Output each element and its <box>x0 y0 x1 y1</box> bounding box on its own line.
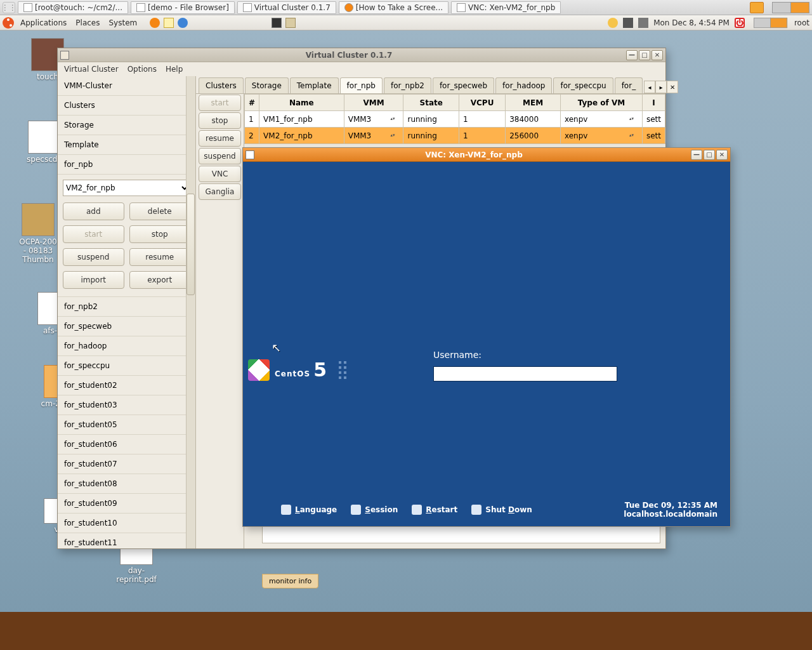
col-name[interactable]: Name <box>259 95 344 111</box>
volume-icon[interactable] <box>638 18 648 28</box>
sidebar-item[interactable]: VMM-Cluster <box>58 76 195 96</box>
add-button[interactable]: add <box>63 202 124 220</box>
task-filebrowser[interactable]: [demo - File Browser] <box>131 1 235 14</box>
evolution-launcher-icon[interactable] <box>164 18 174 28</box>
user-menu[interactable]: root <box>794 18 809 27</box>
table-row-selected[interactable]: 2 VM2_for_npb VMM3▴▾ running 1 256000 xe… <box>245 128 665 144</box>
desktop-icon[interactable]: OCPA-200 - 08183 Thumbn <box>16 203 60 264</box>
keyring-icon[interactable] <box>608 18 618 28</box>
import-button[interactable]: import <box>63 271 124 289</box>
sidebar-item[interactable]: for_npb2 <box>58 297 195 317</box>
sidebar-item[interactable]: Storage <box>58 116 195 135</box>
tab-close[interactable]: ✕ <box>667 81 678 93</box>
col-vcpu[interactable]: VCPU <box>459 95 505 111</box>
maximize-button[interactable]: □ <box>639 50 650 60</box>
sidebar-item[interactable]: for_student03 <box>58 395 195 415</box>
taskbar-handle[interactable]: ⋮⋮ <box>3 2 15 13</box>
maximize-button[interactable]: □ <box>704 150 715 160</box>
col-type[interactable]: Type of VM <box>560 95 642 111</box>
network-icon[interactable] <box>623 18 633 28</box>
foot-language[interactable]: Language <box>281 505 337 515</box>
tab-scroll-left[interactable]: ◂ <box>644 81 655 93</box>
minimize-button[interactable]: — <box>626 50 638 60</box>
export-button[interactable]: export <box>129 271 191 289</box>
terminal-launcher-icon[interactable] <box>272 18 282 28</box>
sidebar-item[interactable]: for_student08 <box>58 474 195 494</box>
menu-options[interactable]: Options <box>128 65 157 74</box>
tab-template[interactable]: Template <box>290 77 339 93</box>
minimize-button[interactable]: — <box>691 150 702 160</box>
monitor-info-tab[interactable]: monitor info <box>262 574 318 588</box>
bottom-panel[interactable] <box>0 612 812 650</box>
suspend-button[interactable]: suspend <box>63 248 124 266</box>
sidebar-item[interactable]: for_speccpu <box>58 356 195 376</box>
workspace-pager[interactable] <box>773 2 809 13</box>
menu-applications[interactable]: Applications <box>18 18 69 27</box>
sidebar-item[interactable]: for_student09 <box>58 494 195 514</box>
foot-session[interactable]: Session <box>351 505 398 515</box>
sidebar-scrollbar[interactable] <box>186 76 195 548</box>
menu-system[interactable]: System <box>106 18 140 27</box>
sidebar-item[interactable]: for_student11 <box>58 533 195 548</box>
spin-icon[interactable]: ▴▾ <box>629 117 638 121</box>
task-vnc[interactable]: VNC: Xen-VM2_for_npb <box>451 1 561 14</box>
tab-for-hadoop[interactable]: for_hadoop <box>495 77 552 93</box>
sidebar-scroll-thumb[interactable] <box>187 194 195 295</box>
username-input[interactable] <box>433 366 617 381</box>
sidebar-item[interactable]: for_student06 <box>58 435 195 454</box>
act-vnc[interactable]: VNC <box>199 166 241 182</box>
sidebar-item[interactable]: for_student07 <box>58 454 195 474</box>
tab-for-npb[interactable]: for_npb <box>340 77 383 93</box>
act-ganglia[interactable]: Ganglia <box>199 183 241 200</box>
shutdown-icon[interactable]: ⏻ <box>735 18 745 28</box>
tab-storage[interactable]: Storage <box>245 77 289 93</box>
act-resume[interactable]: resume <box>199 130 241 147</box>
sidebar-item[interactable]: for_specweb <box>58 317 195 336</box>
col-num[interactable]: # <box>245 95 259 111</box>
table-row[interactable]: 1 VM1_for_npb VMM3▴▾ running 1 384000 xe… <box>245 111 665 128</box>
tab-for-specweb[interactable]: for_specweb <box>433 77 494 93</box>
act-suspend[interactable]: suspend <box>199 148 241 164</box>
resume-button[interactable]: resume <box>129 248 191 266</box>
spin-icon[interactable]: ▴▾ <box>629 133 638 138</box>
col-vmm[interactable]: VMM <box>344 95 403 111</box>
tab-overflow[interactable]: for_ <box>615 77 643 93</box>
sidebar-item[interactable]: Template <box>58 135 195 155</box>
titlebar[interactable]: Virtual Cluster 0.1.7 — □ ✕ <box>58 48 665 62</box>
app-launcher-icon[interactable] <box>285 18 296 28</box>
task-virtualcluster[interactable]: Virtual Cluster 0.1.7 <box>237 1 336 14</box>
task-terminal[interactable]: [root@touch: ~/cm2/... <box>18 1 128 14</box>
help-launcher-icon[interactable] <box>178 18 188 28</box>
sidebar-item[interactable]: for_hadoop <box>58 336 195 356</box>
tab-clusters[interactable]: Clusters <box>199 77 244 93</box>
ubuntu-logo-icon[interactable] <box>3 17 14 29</box>
tab-for-npb2[interactable]: for_npb2 <box>384 77 431 93</box>
clock[interactable]: Mon Dec 8, 4:54 PM <box>653 18 730 27</box>
stop-button[interactable]: stop <box>129 225 191 243</box>
foot-shutdown[interactable]: Shut Down <box>471 505 532 515</box>
col-mem[interactable]: MEM <box>506 95 561 111</box>
menu-places[interactable]: Places <box>73 18 102 27</box>
sidebar-item[interactable]: for_npb <box>58 155 195 175</box>
titlebar[interactable]: VNC: Xen-VM2_for_npb — □ ✕ <box>243 148 730 162</box>
sidebar-item[interactable]: for_student05 <box>58 415 195 435</box>
sidebar-item[interactable]: for_student02 <box>58 376 195 395</box>
spin-icon[interactable]: ▴▾ <box>390 133 399 138</box>
workspace-switcher[interactable] <box>754 17 787 27</box>
act-stop[interactable]: stop <box>199 112 241 129</box>
spin-icon[interactable]: ▴▾ <box>390 117 399 121</box>
vnc-viewport[interactable]: CentOS 5 Username: ↖ Language Session Re… <box>243 162 730 526</box>
col-extra[interactable]: I <box>642 95 665 111</box>
menu-virtualcluster[interactable]: Virtual Cluster <box>64 65 119 74</box>
close-button[interactable]: ✕ <box>716 150 728 160</box>
foot-restart[interactable]: Restart <box>412 505 457 515</box>
sidebar-item[interactable]: Clusters <box>58 96 195 116</box>
tab-for-speccpu[interactable]: for_speccpu <box>553 77 613 93</box>
task-firefox[interactable]: [How to Take a Scree... <box>339 1 449 14</box>
vm-select[interactable]: VM2_for_npb <box>63 180 190 196</box>
firefox-launcher-icon[interactable] <box>150 18 160 28</box>
delete-button[interactable]: delete <box>129 202 191 220</box>
tab-scroll-right[interactable]: ▸ <box>655 81 667 93</box>
menu-help[interactable]: Help <box>166 65 183 74</box>
trash-icon[interactable] <box>750 2 764 13</box>
